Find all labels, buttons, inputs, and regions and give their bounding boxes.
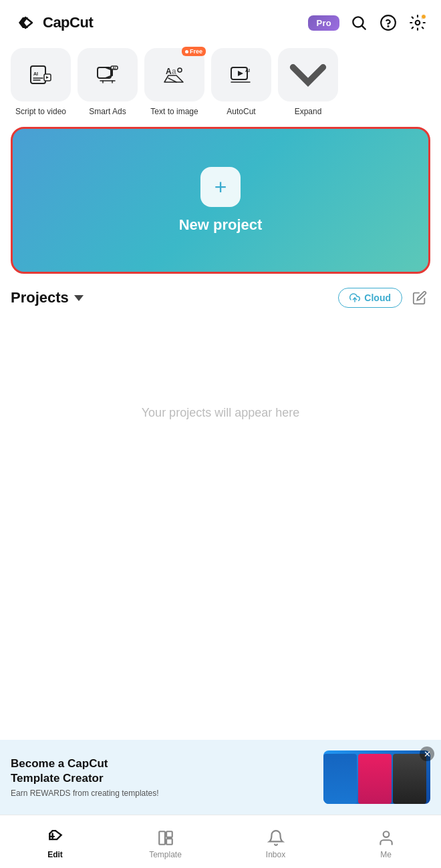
nav-item-edit[interactable]: Edit — [0, 824, 110, 859]
free-badge: Free — [182, 47, 206, 56]
svg-line-2 — [362, 26, 365, 29]
cloud-upload-icon — [349, 292, 360, 303]
tool-text-to-image[interactable]: Free A a Text to image — [144, 48, 204, 116]
logo: CapCut — [13, 11, 93, 35]
notification-dot — [421, 14, 426, 19]
tool-label-autocut: AutoCut — [227, 107, 255, 116]
person-1 — [323, 754, 357, 804]
projects-title-group: Projects — [11, 289, 84, 306]
me-nav-icon — [378, 829, 395, 847]
tool-icon-smart-ads: AI — [78, 48, 138, 101]
svg-rect-0 — [13, 11, 37, 35]
projects-dropdown-arrow[interactable] — [74, 295, 84, 301]
banner-text: Become a CapCutTemplate Creator Earn REW… — [11, 756, 323, 798]
svg-rect-32 — [159, 831, 165, 845]
svg-point-4 — [388, 26, 388, 27]
svg-rect-34 — [166, 839, 172, 845]
new-project-label: New project — [179, 216, 263, 234]
svg-rect-33 — [166, 831, 172, 837]
expand-button[interactable] — [278, 48, 338, 101]
tool-icon-script-to-video: AI — [11, 48, 71, 101]
bottom-nav: Edit Template Inbox Me — [0, 815, 441, 868]
svg-text:AI: AI — [112, 66, 116, 70]
svg-point-3 — [381, 15, 396, 30]
search-button[interactable] — [349, 13, 369, 33]
svg-line-22 — [168, 78, 176, 82]
capcut-logo-icon — [13, 11, 37, 35]
new-project-button[interactable]: + New project — [11, 127, 430, 274]
svg-point-5 — [416, 21, 420, 25]
svg-point-35 — [383, 831, 389, 837]
cloud-label: Cloud — [364, 292, 391, 303]
header-actions: Pro — [308, 13, 428, 33]
projects-section: Projects Cloud Your projects will app — [0, 287, 441, 506]
svg-text:AI: AI — [33, 71, 38, 76]
svg-marker-24 — [238, 71, 243, 76]
nav-label-edit: Edit — [47, 850, 63, 859]
svg-point-21 — [178, 68, 182, 72]
expand-label: Expand — [295, 107, 322, 116]
pro-badge[interactable]: Pro — [308, 15, 339, 31]
tool-label-script-to-video: Script to video — [15, 107, 66, 116]
empty-state: Your projects will appear here — [11, 319, 430, 506]
nav-label-template: Template — [149, 850, 182, 859]
banner-title: Become a CapCutTemplate Creator — [11, 756, 323, 786]
edit-button[interactable] — [409, 287, 430, 308]
empty-state-text: Your projects will appear here — [142, 406, 299, 420]
nav-label-inbox: Inbox — [266, 850, 285, 859]
tool-label-text-to-image: Text to image — [150, 107, 198, 116]
tool-label-smart-ads: Smart Ads — [89, 107, 126, 116]
projects-header: Projects Cloud — [11, 287, 430, 308]
banner-image — [323, 750, 430, 804]
tool-expand[interactable]: Expand — [278, 48, 338, 116]
person-3 — [393, 754, 426, 804]
logo-text: CapCut — [43, 14, 93, 31]
nav-item-inbox[interactable]: Inbox — [220, 824, 331, 859]
tool-icon-autocut: AI — [211, 48, 271, 101]
svg-text:AI: AI — [245, 68, 250, 73]
banner-persons — [323, 754, 426, 804]
header: CapCut Pro — [0, 0, 441, 43]
new-project-container: + New project — [0, 127, 441, 287]
banner-subtitle: Earn REWARDS from creating templates! — [11, 789, 323, 798]
svg-text:a: a — [172, 67, 176, 76]
nav-label-me: Me — [380, 850, 392, 859]
svg-text:A: A — [166, 67, 172, 76]
settings-button[interactable] — [408, 13, 428, 33]
tool-smart-ads[interactable]: AI Smart Ads — [78, 48, 138, 116]
plus-symbol: + — [214, 176, 227, 198]
nav-item-me[interactable]: Me — [331, 824, 441, 859]
new-project-plus-icon: + — [200, 167, 241, 207]
banner: Become a CapCutTemplate Creator Earn REW… — [0, 740, 441, 815]
help-button[interactable] — [378, 13, 398, 33]
cloud-button[interactable]: Cloud — [338, 288, 402, 308]
projects-header-right: Cloud — [338, 287, 430, 308]
expand-chevron-icon — [278, 45, 338, 105]
person-2 — [358, 754, 392, 804]
inbox-nav-icon — [267, 829, 285, 847]
quick-tools: AI Script to video AI Smart Ads — [0, 43, 441, 127]
template-nav-icon — [157, 829, 174, 847]
nav-item-template[interactable]: Template — [110, 824, 220, 859]
tool-icon-text-to-image: Free A a — [144, 48, 204, 101]
edit-icon — [412, 290, 427, 305]
tool-script-to-video[interactable]: AI Script to video — [11, 48, 71, 116]
edit-nav-icon — [47, 829, 64, 847]
banner-close-button[interactable]: ✕ — [420, 746, 434, 761]
projects-title: Projects — [11, 289, 69, 306]
tool-autocut[interactable]: AI AutoCut — [211, 48, 271, 116]
